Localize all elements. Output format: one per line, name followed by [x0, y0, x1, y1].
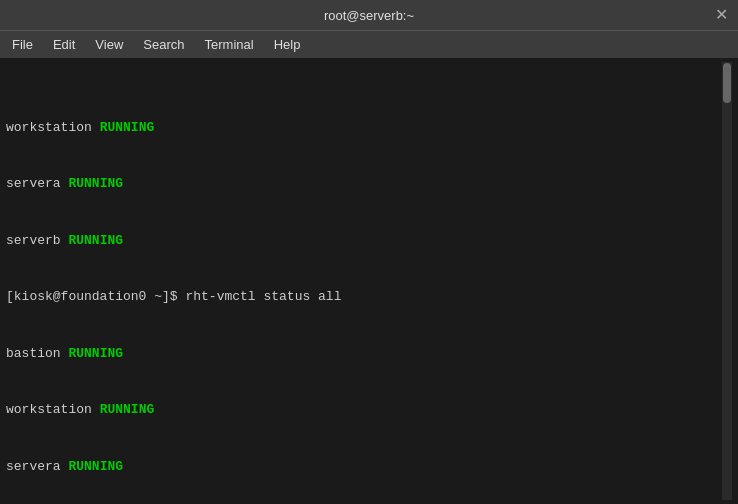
list-item: [kiosk@foundation0 ~]$ rht-vmctl status … — [6, 288, 722, 307]
list-item: servera RUNNING — [6, 175, 722, 194]
menu-view[interactable]: View — [87, 35, 131, 54]
menu-search[interactable]: Search — [135, 35, 192, 54]
scrollbar[interactable] — [722, 62, 732, 500]
terminal-window: root@serverb:~ ✕ File Edit View Search T… — [0, 0, 738, 504]
menu-help[interactable]: Help — [266, 35, 309, 54]
menu-edit[interactable]: Edit — [45, 35, 83, 54]
list-item: workstation RUNNING — [6, 401, 722, 420]
list-item: workstation RUNNING — [6, 119, 722, 138]
scrollbar-thumb[interactable] — [723, 63, 731, 103]
terminal-output: workstation RUNNING servera RUNNING serv… — [6, 62, 722, 500]
menu-bar: File Edit View Search Terminal Help — [0, 30, 738, 58]
title-bar: root@serverb:~ ✕ — [0, 0, 738, 30]
menu-terminal[interactable]: Terminal — [197, 35, 262, 54]
list-item: serverb RUNNING — [6, 232, 722, 251]
window-title: root@serverb:~ — [324, 8, 414, 23]
menu-file[interactable]: File — [4, 35, 41, 54]
list-item: servera RUNNING — [6, 458, 722, 477]
list-item: bastion RUNNING — [6, 345, 722, 364]
close-button[interactable]: ✕ — [715, 7, 728, 23]
terminal-body[interactable]: workstation RUNNING servera RUNNING serv… — [0, 58, 738, 504]
